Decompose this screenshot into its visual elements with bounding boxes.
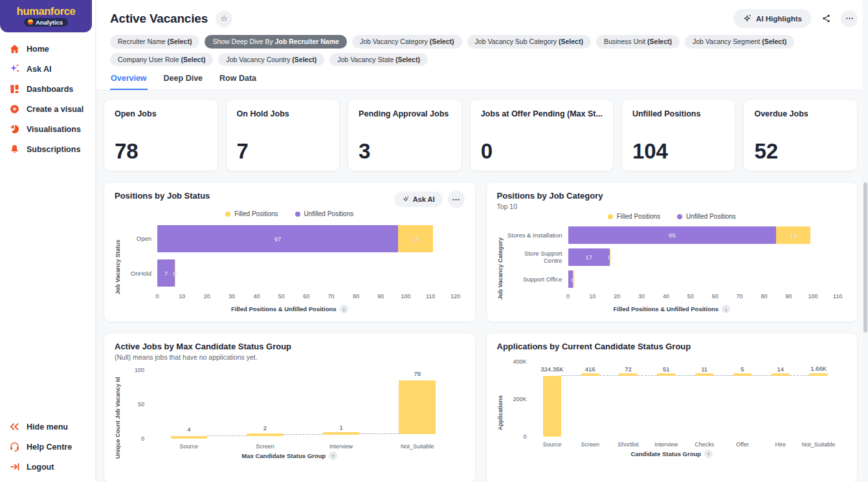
filter-pill-business-unit-select[interactable]: Business Unit (Select) — [596, 35, 680, 49]
waterfall-bar-interview[interactable] — [323, 432, 359, 435]
more-options-icon[interactable] — [841, 10, 858, 27]
waterfall-bar-shortlist[interactable] — [619, 373, 637, 376]
plot-area: 05010042178 SourceScreenInterviewNot_Sui… — [124, 361, 465, 474]
kpi-label: Pending Approval Jobs — [359, 109, 451, 118]
filter-pill-job-vacancy-sub-category-select[interactable]: Job Vacancy Sub Category (Select) — [467, 35, 591, 49]
kpi-value: 0 — [481, 140, 603, 162]
kpi-label: On Hold Jobs — [237, 109, 329, 118]
sidebar-item-home[interactable]: Home — [0, 39, 95, 59]
sidebar-item-visualisations[interactable]: Visualisations — [0, 119, 95, 139]
bar-value-label: 14 — [412, 235, 419, 242]
tab-overview[interactable]: Overview — [110, 74, 148, 90]
sort-descending-icon[interactable]: ↓ — [340, 305, 348, 313]
waterfall-connector — [359, 433, 399, 434]
tab-deep-dive[interactable]: Deep Dive — [163, 74, 203, 90]
sidebar-footer-menu: Hide menuHelp CentreLogout — [0, 417, 95, 482]
waterfall-bar-not-suitable[interactable] — [399, 380, 435, 434]
category-label: Interview — [647, 441, 685, 448]
x-tick-label: 0 — [566, 293, 570, 300]
ask-ai-button[interactable]: Ask AI — [394, 192, 443, 207]
sidebar-item-logout[interactable]: Logout — [0, 457, 95, 477]
favorite-star-icon[interactable]: ☆ — [216, 10, 232, 27]
x-tick-label: 50 — [687, 293, 694, 300]
category-label: Interview — [303, 443, 379, 450]
sparkle-icon — [9, 63, 20, 74]
chart-subtitle: (Null) means jobs that have no applicati… — [115, 353, 291, 361]
main-area: Active Vacancies ☆ AI Highlights Recruit… — [96, 0, 868, 482]
bar-track: 9714 — [157, 225, 456, 252]
filter-pill-label: Job Vacancy Category — [360, 38, 430, 45]
waterfall-bar-offer[interactable] — [733, 373, 751, 376]
x-axis-title-label: Candidate Status Group — [630, 450, 701, 457]
filter-pill-company-user-role-select[interactable]: Company User Role (Select) — [110, 53, 213, 67]
chart-grid: Positions by Job Status Ask AI Filled Po… — [104, 182, 858, 482]
waterfall-bar-not-suitable[interactable] — [809, 373, 827, 376]
legend-item-filled-positions: Filled Positions — [225, 210, 278, 217]
bar-value-label: 4 — [187, 426, 190, 433]
sort-ascending-icon[interactable]: ↑ — [704, 450, 713, 458]
sidebar-item-ask-ai[interactable]: Ask AI — [0, 59, 95, 79]
sort-ascending-icon[interactable]: ↑ — [329, 452, 337, 460]
sidebar-item-subscriptions[interactable]: Subscriptions — [0, 139, 95, 159]
legend-dot — [608, 214, 613, 219]
tabs: OverviewDeep DiveRow Data — [110, 74, 858, 90]
kpi-card-overdue-jobs: Overdue Jobs52 — [743, 99, 858, 171]
sidebar-item-create-a-visual[interactable]: Create a visual — [0, 99, 95, 119]
category-label: Offer — [724, 441, 762, 448]
plot-area: 0200K400K324.35K4167251115141.66K Source… — [506, 351, 847, 474]
analytics-badge-label: Analytics — [36, 19, 63, 26]
sidebar-item-label: Dashboards — [27, 85, 73, 94]
waterfall-bar-source[interactable] — [171, 436, 207, 439]
category-label: Checks — [685, 441, 724, 448]
waterfall-bar-screen[interactable] — [581, 373, 599, 376]
waterfall-bar-checks[interactable] — [695, 373, 713, 376]
kpi-value: 78 — [115, 140, 207, 162]
chart-title-block: Active Jobs by Max Candidate Status Grou… — [115, 342, 291, 361]
title-row: Active Vacancies ☆ AI Highlights — [110, 9, 858, 28]
legend-dot — [677, 214, 682, 219]
waterfall-bar-source[interactable] — [543, 376, 561, 437]
bar-value-label: 72 — [625, 366, 632, 373]
scrollbar-thumb[interactable] — [863, 182, 867, 333]
brand-wordmark: humanforce — [17, 6, 75, 17]
filter-pill-job-vacancy-segment-select[interactable]: Job Vacancy Segment (Select) — [685, 35, 794, 49]
filter-pill-job-vacancy-country-select[interactable]: Job Vacancy Country (Select) — [218, 53, 324, 67]
legend-label: Filled Positions — [234, 210, 278, 217]
sidebar-item-dashboards[interactable]: Dashboards — [0, 79, 95, 99]
x-axis-title-label: Filled Positions & Unfilled Positions — [613, 305, 718, 312]
x-tick-label: 100 — [808, 293, 818, 300]
bar-value-label: 7 — [164, 270, 168, 277]
scrollbar[interactable] — [863, 0, 868, 482]
ai-highlights-button[interactable]: AI Highlights — [733, 9, 811, 28]
chart-body: Applications 0200K400K324.35K41672511151… — [497, 351, 847, 474]
bar-track: 70 — [157, 259, 456, 287]
tab-row-data[interactable]: Row Data — [219, 74, 257, 90]
sort-descending-icon[interactable]: ↓ — [722, 305, 730, 313]
bar-track: 8514 — [568, 226, 838, 244]
legend-item-unfilled-positions: Unfilled Positions — [677, 213, 736, 220]
filter-pill-job-vacancy-state-select[interactable]: Job Vacancy State (Select) — [329, 53, 428, 67]
x-tick-label: 90 — [377, 293, 384, 300]
share-icon[interactable] — [818, 10, 834, 27]
chart-body: Job Vacancy Category Stores & Installati… — [497, 224, 847, 313]
x-axis-title: Candidate Status Group ↑ — [506, 448, 838, 458]
sidebar-item-label: Ask AI — [27, 65, 51, 74]
waterfall-bar-screen[interactable] — [247, 433, 283, 436]
filter-pill-label: Business Unit — [604, 38, 647, 45]
filter-pill-show-deep-dive-by-job-recruiter-name[interactable]: Show Deep Dive By Job Recruiter Name — [205, 35, 347, 49]
waterfall-bar-interview[interactable] — [657, 373, 675, 376]
x-tick-label: 100 — [401, 293, 410, 300]
kpi-card-open-jobs: Open Jobs78 — [104, 99, 218, 171]
filter-pill-recruiter-name-select[interactable]: Recruiter Name (Select) — [110, 35, 199, 49]
chart-card-positions-by-job-category: Positions by Job Category Top 10 Filled … — [486, 182, 858, 322]
waterfall-connector — [284, 434, 323, 435]
sidebar-item-hide-menu[interactable]: Hide menu — [0, 417, 95, 437]
filter-pill-job-vacancy-category-select[interactable]: Job Vacancy Category (Select) — [352, 35, 462, 49]
legend-label: Filled Positions — [617, 213, 660, 220]
sidebar-item-help-centre[interactable]: Help Centre — [0, 437, 95, 457]
ai-sparkle-icon — [402, 195, 410, 203]
headset-icon — [9, 441, 20, 452]
more-options-icon[interactable] — [448, 191, 465, 208]
kpi-value: 3 — [359, 140, 451, 162]
waterfall-bar-hire[interactable] — [772, 373, 790, 376]
